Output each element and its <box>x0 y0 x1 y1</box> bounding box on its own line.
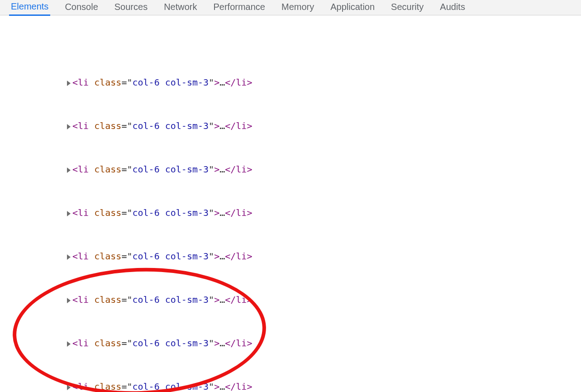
tab-network[interactable]: Network <box>162 0 199 15</box>
tab-console[interactable]: Console <box>63 0 100 15</box>
tab-sources[interactable]: Sources <box>113 0 149 15</box>
devtools-tabbar: Elements Console Sources Network Perform… <box>0 0 581 15</box>
expand-icon[interactable] <box>67 124 71 129</box>
tab-elements[interactable]: Elements <box>9 0 50 16</box>
expand-icon[interactable] <box>67 298 71 303</box>
dom-node-li[interactable]: <li class="col-6 col-sm-3">…</li> <box>0 249 581 263</box>
dom-node-li[interactable]: <li class="col-6 col-sm-3">…</li> <box>0 162 581 177</box>
expand-icon[interactable] <box>67 167 71 173</box>
tab-memory[interactable]: Memory <box>280 0 316 15</box>
dom-node-li[interactable]: <li class="col-6 col-sm-3">…</li> <box>0 292 581 307</box>
tab-audits[interactable]: Audits <box>438 0 467 15</box>
expand-icon[interactable] <box>67 254 71 260</box>
expand-icon[interactable] <box>67 81 71 86</box>
tab-performance[interactable]: Performance <box>212 0 267 15</box>
dom-node-li[interactable]: <li class="col-6 col-sm-3">…</li> <box>0 379 581 392</box>
expand-icon[interactable] <box>67 385 71 390</box>
tab-application[interactable]: Application <box>329 0 376 15</box>
expand-icon[interactable] <box>67 211 71 216</box>
dom-node-li[interactable]: <li class="col-6 col-sm-3">…</li> <box>0 75 581 90</box>
dom-node-li[interactable]: <li class="col-6 col-sm-3">…</li> <box>0 206 581 220</box>
elements-dom-tree[interactable]: <li class="col-6 col-sm-3">…</li> <li cl… <box>0 15 581 392</box>
dom-node-li[interactable]: <li class="col-6 col-sm-3">…</li> <box>0 119 581 133</box>
dom-node-li[interactable]: <li class="col-6 col-sm-3">…</li> <box>0 336 581 350</box>
expand-icon[interactable] <box>67 341 71 347</box>
tab-security[interactable]: Security <box>389 0 425 15</box>
